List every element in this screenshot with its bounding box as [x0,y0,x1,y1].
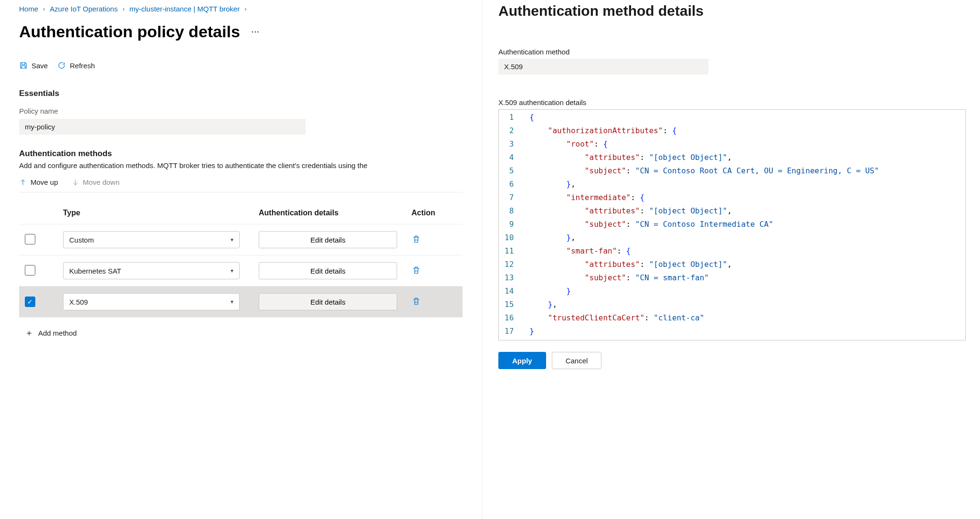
type-select-value: X.509 [69,298,88,306]
line-number-gutter: 1234567891011121314151617 [499,110,523,340]
chevron-right-icon: › [244,5,246,12]
table-row: ✓X.509▾Edit details [19,286,463,318]
move-down-label: Move down [83,178,120,186]
breadcrumb: Home › Azure IoT Operations › my-cluster… [19,0,463,13]
breadcrumb-link-service[interactable]: Azure IoT Operations [50,5,117,13]
refresh-label: Refresh [70,62,95,70]
save-icon [19,61,28,70]
col-type: Type [63,209,259,217]
main-panel: Home › Azure IoT Operations › my-cluster… [0,0,482,519]
edit-details-button[interactable]: Edit details [259,293,397,310]
plus-icon: ＋ [25,327,33,339]
type-select-value: Kubernetes SAT [69,267,121,275]
methods-heading: Authentication methods [19,149,463,159]
move-down-button: Move down [72,178,120,186]
save-button[interactable]: Save [19,61,48,70]
add-method-button[interactable]: ＋ Add method [19,327,77,339]
reorder-toolbar: Move up Move down [19,178,463,192]
type-select[interactable]: Custom▾ [63,231,240,248]
col-action: Action [411,209,469,217]
table-header: Type Authentication details Action [19,202,463,224]
edit-details-button[interactable]: Edit details [259,231,397,248]
policy-name-label: Policy name [19,107,463,115]
save-label: Save [32,62,48,70]
auth-method-value: X.509 [498,59,708,74]
details-panel: Authentication method details Authentica… [482,0,980,519]
refresh-button[interactable]: Refresh [57,61,95,70]
move-up-button[interactable]: Move up [19,178,58,186]
json-editor[interactable]: 1234567891011121314151617 { "authorizati… [498,109,966,340]
chevron-down-icon: ▾ [231,298,233,305]
col-details: Authentication details [259,209,411,217]
breadcrumb-link-instance[interactable]: my-cluster-instance | MQTT broker [129,5,240,13]
row-checkbox[interactable] [25,234,35,244]
type-select[interactable]: Kubernetes SAT▾ [63,262,240,279]
chevron-down-icon: ▾ [231,267,233,274]
edit-details-button[interactable]: Edit details [259,262,397,279]
json-code[interactable]: { "authorizationAttributes": { "root": {… [523,110,965,340]
delete-button[interactable] [411,269,421,277]
methods-description: Add and configure authentication methods… [19,161,463,169]
chevron-down-icon: ▾ [231,236,233,243]
toolbar: Save Refresh [19,61,463,70]
table-row: Custom▾Edit details [19,224,463,255]
type-select[interactable]: X.509▾ [63,293,240,310]
add-method-label: Add method [38,329,77,337]
breadcrumb-link-home[interactable]: Home [19,5,38,13]
row-checkbox[interactable]: ✓ [25,297,35,307]
methods-table: Type Authentication details Action Custo… [19,202,463,318]
details-title: Authentication method details [498,3,966,19]
chevron-right-icon: › [123,5,125,12]
row-checkbox[interactable] [25,265,35,275]
cancel-button[interactable]: Cancel [552,352,602,369]
move-up-label: Move up [31,178,58,186]
page-title: Authentication policy details [19,22,240,41]
table-row: Kubernetes SAT▾Edit details [19,255,463,286]
action-bar: Apply Cancel [498,352,966,369]
type-select-value: Custom [69,236,94,244]
arrow-down-icon [72,179,79,186]
apply-button[interactable]: Apply [498,352,546,369]
chevron-right-icon: › [43,5,45,12]
refresh-icon [57,61,66,70]
delete-button[interactable] [411,238,421,246]
arrow-up-icon [19,179,27,186]
policy-name-value: my-policy [19,119,306,135]
essentials-heading: Essentials [19,89,463,98]
delete-button[interactable] [411,300,421,308]
more-icon[interactable]: ··· [252,28,260,36]
auth-method-label: Authentication method [498,48,966,56]
json-editor-label: X.509 authentication details [498,98,966,106]
